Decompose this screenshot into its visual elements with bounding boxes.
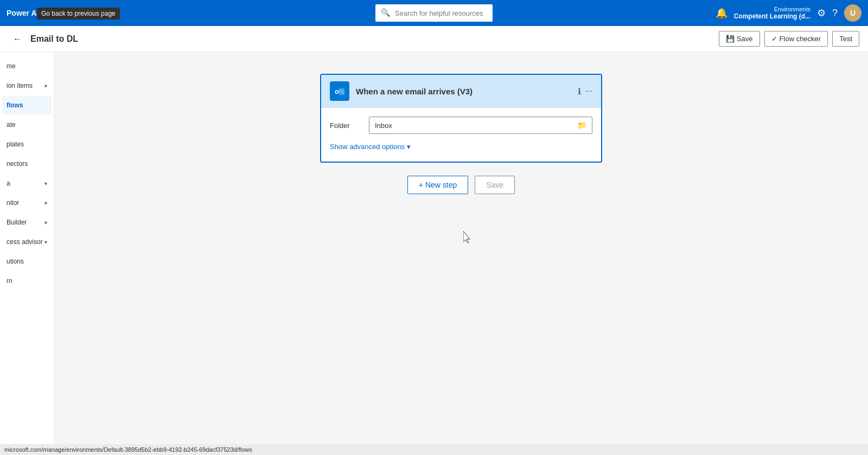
trigger-header-icons: ℹ ··· <box>578 86 592 97</box>
sidebar-item-connectors-label: nectors <box>7 160 28 168</box>
sidebar-item-solutions-label: utions <box>7 258 24 265</box>
help-circle-icon[interactable]: ℹ <box>578 86 581 97</box>
sidebar-item-process-advisor[interactable]: cess advisor ▾ <box>2 233 52 251</box>
search-input[interactable] <box>375 4 493 22</box>
sidebar-item-create-label: ate <box>7 121 16 129</box>
folder-row: Folder Inbox 📁 <box>330 117 592 134</box>
sidebar-item-monitor[interactable]: nitor ▾ <box>2 194 52 212</box>
flow-checker-label: Flow checker <box>780 35 821 43</box>
search-icon: 🔍 <box>381 8 390 17</box>
folder-label: Folder <box>330 121 362 130</box>
test-label: Test <box>839 35 852 43</box>
sidebar-item-home[interactable]: me <box>2 57 52 75</box>
save-label: Save <box>737 35 753 43</box>
breadcrumb-bar: ← Email to DL 💾 Save ✓ Flow checker Test <box>0 26 868 52</box>
status-bar: microsoft.com/manage/environments/Defaul… <box>0 444 868 455</box>
save-flow-button: Save <box>475 176 515 194</box>
sidebar-item-create[interactable]: ate <box>2 116 52 134</box>
sidebar-item-home-label: me <box>7 62 16 70</box>
help-icon[interactable]: ? <box>832 8 838 19</box>
sidebar-item-connectors[interactable]: nectors <box>2 155 52 173</box>
folder-value: Inbox <box>375 121 392 130</box>
show-advanced-label: Show advanced options <box>330 143 405 151</box>
env-label: Environments <box>774 6 810 12</box>
new-step-button[interactable]: + New step <box>407 176 468 194</box>
sidebar-item-flows[interactable]: flows <box>2 96 52 114</box>
chevron-down-advanced-icon: ▾ <box>407 143 411 151</box>
back-tooltip[interactable]: Go back to previous page <box>37 8 120 20</box>
outlook-icon: o <box>330 81 349 101</box>
avatar[interactable]: U <box>844 4 861 22</box>
chevron-down-icon-3: ▾ <box>44 200 47 206</box>
environment-selector[interactable]: Environments Competent Learning (d... <box>734 6 810 20</box>
back-button[interactable]: ← <box>9 30 26 48</box>
sidebar-item-process-advisor-label: cess advisor <box>7 238 43 246</box>
chevron-down-icon: ▾ <box>44 83 47 89</box>
chevron-down-icon-4: ▾ <box>44 220 47 226</box>
trigger-header: o When a new email arrives (V3) ℹ ··· <box>321 75 601 108</box>
cursor-indicator <box>463 231 472 243</box>
sidebar-item-templates-label: plates <box>7 140 24 148</box>
chevron-down-icon-5: ▾ <box>44 239 47 245</box>
sidebar-item-learn-label: rn <box>7 277 12 285</box>
save-icon: 💾 <box>726 35 735 43</box>
sidebar-item-ai-builder-label: Builder <box>7 219 27 226</box>
topbar: Power Automate Go back to previous page … <box>0 0 868 26</box>
save-button[interactable]: 💾 Save <box>719 31 760 47</box>
sidebar-item-ai-builder[interactable]: Builder ▾ <box>2 213 52 232</box>
chevron-down-icon-2: ▾ <box>44 181 47 187</box>
test-button[interactable]: Test <box>832 31 859 47</box>
env-name: Competent Learning (d... <box>734 12 810 20</box>
trigger-body: Folder Inbox 📁 Show advanced options ▾ <box>321 108 601 162</box>
sidebar-item-templates[interactable]: plates <box>2 135 52 153</box>
trigger-card[interactable]: o When a new email arrives (V3) ℹ ··· <box>320 74 602 163</box>
flow-canvas: o When a new email arrives (V3) ℹ ··· <box>315 74 608 194</box>
status-url: microsoft.com/manage/environments/Defaul… <box>4 446 252 453</box>
back-arrow-icon: ← <box>13 34 22 44</box>
trigger-title: When a new email arrives (V3) <box>356 87 571 96</box>
topbar-right: 🔔 Environments Competent Learning (d... … <box>716 4 861 22</box>
more-options-icon[interactable]: ··· <box>585 86 592 96</box>
page-title: Email to DL <box>30 34 78 44</box>
sidebar: me ion items ▾ flows ate plates nectors … <box>0 52 54 455</box>
flow-canvas-area: o When a new email arrives (V3) ℹ ··· <box>54 52 868 455</box>
folder-picker-icon: 📁 <box>577 121 586 130</box>
sidebar-item-data[interactable]: a ▾ <box>2 174 52 193</box>
sidebar-item-data-label: a <box>7 180 10 187</box>
folder-input[interactable]: Inbox 📁 <box>369 117 592 134</box>
main-layout: me ion items ▾ flows ate plates nectors … <box>0 52 868 455</box>
flow-checker-icon: ✓ <box>771 35 777 43</box>
sidebar-item-learn[interactable]: rn <box>2 272 52 290</box>
flow-action-buttons: + New step Save <box>407 176 515 194</box>
search-container: 🔍 <box>375 4 493 22</box>
settings-icon[interactable]: ⚙ <box>817 7 826 19</box>
sidebar-item-solutions[interactable]: utions <box>2 252 52 271</box>
sidebar-item-action-label: ion items <box>7 82 33 89</box>
sidebar-item-action-items[interactable]: ion items ▾ <box>2 76 52 95</box>
flow-checker-button[interactable]: ✓ Flow checker <box>764 31 828 47</box>
svg-text:o: o <box>335 87 339 95</box>
sidebar-item-monitor-label: nitor <box>7 199 19 207</box>
sidebar-item-flows-label: flows <box>7 101 23 109</box>
notification-icon[interactable]: 🔔 <box>716 7 727 19</box>
show-advanced-options[interactable]: Show advanced options ▾ <box>330 140 592 153</box>
breadcrumb-actions: 💾 Save ✓ Flow checker Test <box>719 31 859 47</box>
